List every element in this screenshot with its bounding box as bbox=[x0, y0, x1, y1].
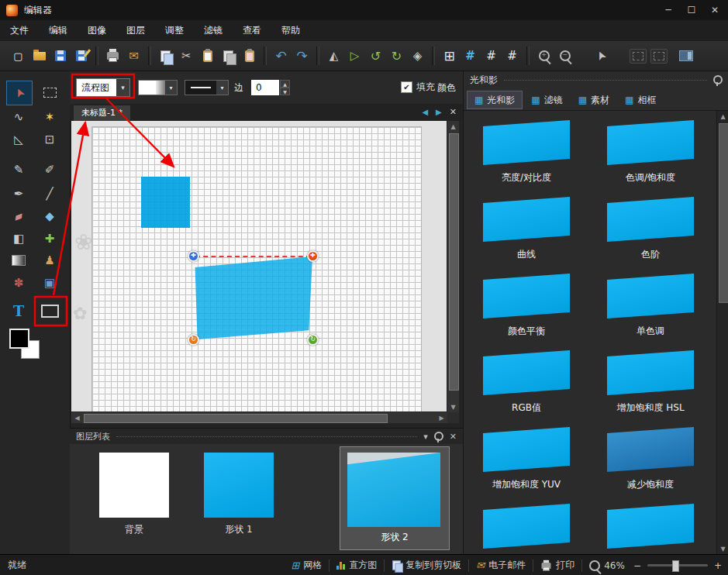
select-tool[interactable]: ➤ bbox=[6, 81, 33, 105]
layer-label[interactable]: 背景 bbox=[95, 523, 173, 536]
step-up-icon[interactable]: ▲ bbox=[280, 80, 290, 88]
horizontal-scroll-thumb[interactable] bbox=[84, 414, 388, 423]
cut-icon[interactable]: ✂ bbox=[176, 45, 197, 67]
image-edit-tool[interactable]: ▣ bbox=[37, 271, 62, 294]
preset-thumbnail[interactable] bbox=[483, 504, 570, 549]
redo-icon[interactable]: ↷ bbox=[292, 45, 312, 67]
grid-large-icon[interactable]: # bbox=[502, 45, 523, 67]
rotate-right-icon[interactable]: ↻ bbox=[386, 45, 407, 67]
menu-item-layer[interactable]: 图层 bbox=[116, 20, 155, 41]
pin-icon[interactable] bbox=[434, 432, 443, 441]
preset-thumbnail[interactable] bbox=[607, 427, 694, 472]
preset-thumbnail[interactable] bbox=[483, 274, 570, 318]
eyedropper-tool[interactable]: ╱ bbox=[37, 182, 62, 205]
selection-handle-br[interactable] bbox=[307, 334, 319, 346]
shape-1-square[interactable] bbox=[141, 177, 190, 228]
preset-tile[interactable]: 颜色平衡 bbox=[465, 274, 588, 338]
zoom-slider-thumb[interactable] bbox=[672, 560, 679, 572]
menu-item-file[interactable]: 文件 bbox=[0, 20, 39, 41]
magic-wand-tool[interactable]: ✶ bbox=[37, 105, 62, 129]
save-icon[interactable] bbox=[50, 45, 71, 67]
polygon-select-tool[interactable]: ◺ bbox=[6, 128, 31, 151]
pen-tool[interactable]: ✐ bbox=[37, 158, 62, 181]
maximize-button[interactable]: ☐ bbox=[680, 0, 703, 20]
preset-thumbnail[interactable] bbox=[607, 274, 694, 318]
undo-icon[interactable]: ↶ bbox=[271, 45, 292, 67]
canvas-viewport[interactable]: ❀ ✿ ❀ ▲ ▼ ◀ ▶ bbox=[71, 121, 459, 423]
grid-small-icon[interactable]: # bbox=[460, 45, 481, 67]
brush-tool[interactable]: ✽ bbox=[6, 271, 31, 294]
collapse-icon[interactable] bbox=[423, 432, 428, 442]
layer-selected[interactable]: 形状 2 bbox=[340, 446, 450, 550]
preset-tile[interactable]: 亮度/对比度 bbox=[465, 120, 588, 184]
zoom-in-button[interactable]: + bbox=[712, 560, 726, 571]
next-document-icon[interactable] bbox=[436, 108, 442, 116]
clone-stamp-tool[interactable]: ♟ bbox=[37, 249, 62, 272]
open-icon[interactable] bbox=[29, 45, 50, 67]
clipboard-icon[interactable] bbox=[239, 45, 260, 67]
selection-move-icon[interactable] bbox=[648, 45, 669, 67]
zoom-out-icon[interactable]: − bbox=[554, 45, 575, 67]
prev-document-icon[interactable] bbox=[422, 108, 428, 116]
grid-medium-icon[interactable]: # bbox=[481, 45, 502, 67]
droplet-tool[interactable]: ◆ bbox=[37, 205, 62, 228]
shape-tool[interactable] bbox=[37, 299, 62, 322]
shape-2-selection[interactable] bbox=[194, 257, 312, 339]
shape-2-quad[interactable] bbox=[194, 257, 312, 339]
fill-checkbox[interactable]: 填充 bbox=[401, 81, 435, 94]
document-tab[interactable]: 未标题-1 * bbox=[74, 105, 130, 121]
menu-item-filter[interactable]: 滤镜 bbox=[194, 20, 233, 41]
flip-vertical-icon[interactable]: ▷ bbox=[344, 45, 365, 67]
fill-style-dropdown[interactable] bbox=[138, 80, 178, 95]
paste-doc-icon[interactable] bbox=[218, 45, 239, 67]
status-print[interactable]: 打印 bbox=[533, 559, 581, 572]
layer-thumbnail-shape1[interactable] bbox=[204, 453, 274, 518]
preset-thumbnail[interactable] bbox=[483, 120, 570, 165]
preset-tile[interactable]: RGB值 bbox=[465, 350, 588, 415]
edge-width-input[interactable]: 0 bbox=[251, 80, 279, 95]
status-grid-toggle[interactable]: 网格 bbox=[284, 559, 329, 572]
status-histogram[interactable]: 直方图 bbox=[329, 559, 384, 572]
preset-tile[interactable]: 色阶 bbox=[589, 197, 712, 261]
paste-icon[interactable] bbox=[197, 45, 218, 67]
panels-icon[interactable] bbox=[675, 45, 696, 67]
foreground-color-swatch[interactable] bbox=[9, 329, 29, 349]
preset-tile[interactable]: 增加饱和度 HSL bbox=[589, 350, 712, 415]
rotate-left-icon[interactable]: ↺ bbox=[365, 45, 386, 67]
preset-tile[interactable] bbox=[589, 504, 712, 549]
preset-thumbnail[interactable] bbox=[607, 197, 694, 242]
zoom-in-icon[interactable]: + bbox=[533, 45, 554, 67]
horizontal-scrollbar[interactable]: ◀ ▶ bbox=[71, 411, 447, 423]
crop-tool[interactable]: ⊡ bbox=[37, 128, 62, 151]
selection-handle-tl[interactable] bbox=[188, 250, 199, 262]
edge-width-stepper[interactable]: ▲▼ bbox=[280, 80, 290, 95]
vertical-scroll-thumb[interactable] bbox=[449, 133, 459, 391]
status-email[interactable]: 电子邮件 bbox=[469, 559, 533, 572]
layer-label[interactable]: 形状 2 bbox=[356, 531, 433, 544]
pin-icon[interactable] bbox=[713, 75, 723, 84]
panel-scroll-thumb[interactable] bbox=[719, 123, 728, 303]
menu-item-view[interactable]: 查看 bbox=[233, 20, 271, 41]
lasso-tool[interactable]: ∿ bbox=[6, 105, 31, 129]
copy-icon[interactable] bbox=[155, 45, 176, 67]
preset-tile[interactable]: 增加饱和度 YUV bbox=[465, 427, 588, 491]
preset-tile[interactable]: 单色调 bbox=[589, 274, 712, 338]
chevron-down-icon[interactable] bbox=[116, 79, 129, 96]
text-tool[interactable]: T bbox=[6, 299, 31, 322]
table-icon[interactable]: ⊞ bbox=[439, 45, 460, 67]
color-picker-tool[interactable]: ✚ bbox=[37, 227, 62, 250]
preset-tile[interactable]: 色调/饱和度 bbox=[589, 120, 712, 184]
preset-thumbnail[interactable] bbox=[607, 504, 694, 549]
preset-thumbnail[interactable] bbox=[483, 427, 570, 472]
shape-type-dropdown[interactable]: 流程图 bbox=[76, 78, 130, 97]
menu-item-help[interactable]: 帮助 bbox=[271, 20, 310, 41]
menu-item-edit[interactable]: 编辑 bbox=[39, 20, 78, 41]
zoom-out-button[interactable]: − bbox=[632, 560, 643, 571]
chevron-down-icon[interactable] bbox=[165, 81, 177, 95]
close-document-icon[interactable] bbox=[450, 107, 457, 117]
save-as-icon[interactable] bbox=[71, 45, 91, 67]
step-down-icon[interactable]: ▼ bbox=[280, 88, 290, 95]
pencil-tool[interactable]: ✎ bbox=[6, 158, 31, 181]
selection-handle-bl[interactable] bbox=[188, 334, 199, 346]
flip-horizontal-icon[interactable]: ◭ bbox=[323, 45, 344, 67]
